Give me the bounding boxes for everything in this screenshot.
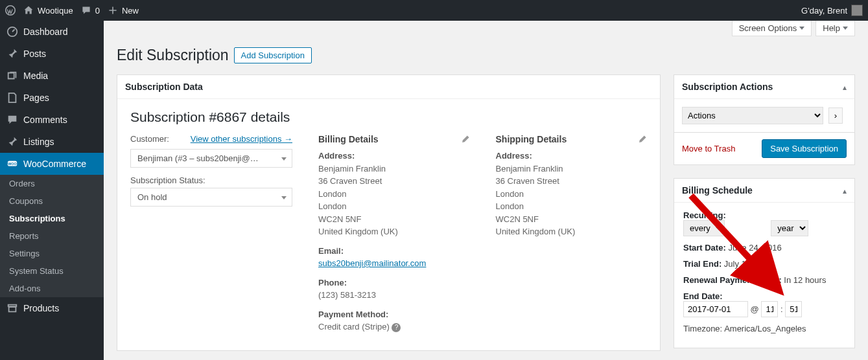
timezone-label: Timezone: xyxy=(683,324,722,333)
toggle-panel-button[interactable] xyxy=(843,82,847,92)
subscription-actions-box: Subscription Actions Actions › Move to T… xyxy=(674,74,855,165)
pencil-icon[interactable] xyxy=(638,135,647,144)
chevron-down-icon xyxy=(843,27,848,30)
sidebar-subitem-system-status[interactable]: System Status xyxy=(0,262,104,280)
status-select[interactable]: On hold xyxy=(130,188,292,207)
new-content-link[interactable]: New xyxy=(108,5,139,16)
admin-sidebar: Dashboard Posts Media Pages Comments Lis… xyxy=(0,21,104,360)
chevron-down-icon xyxy=(799,27,804,30)
wordpress-icon xyxy=(5,5,16,16)
view-other-subscriptions-link[interactable]: View other subscriptions → xyxy=(191,134,292,146)
sidebar-item-listings[interactable]: Listings xyxy=(0,131,104,153)
avatar xyxy=(851,5,863,16)
media-icon xyxy=(6,70,18,82)
end-date-input[interactable] xyxy=(683,301,748,317)
comments-link[interactable]: 0 xyxy=(81,5,100,16)
woo-icon: WOO xyxy=(6,158,18,170)
sidebar-subitem-subscriptions[interactable]: Subscriptions xyxy=(0,210,104,227)
end-date-label: End Date: xyxy=(683,291,723,301)
apply-action-button[interactable]: › xyxy=(828,107,843,124)
billing-schedule-box: Billing Schedule Recurring: every year S… xyxy=(674,178,855,348)
main-content: Screen Options Help Edit Subscription Ad… xyxy=(104,21,868,360)
status-label: Subscription Status: xyxy=(130,175,292,185)
sidebar-item-comments[interactable]: Comments xyxy=(0,109,104,131)
new-label: New xyxy=(122,6,139,16)
billing-details-title: Billing Details xyxy=(318,134,379,144)
svg-point-0 xyxy=(6,6,15,15)
sidebar-item-posts[interactable]: Posts xyxy=(0,43,104,65)
renewal-retry-label: Renewal Payment Retry: xyxy=(683,275,782,285)
comment-icon xyxy=(6,114,18,126)
comment-icon xyxy=(81,5,91,16)
woocommerce-submenu: Orders Coupons Subscriptions Reports Set… xyxy=(0,175,104,297)
save-subscription-button[interactable]: Save Subscription xyxy=(762,139,847,158)
user-greeting[interactable]: G'day, Brent xyxy=(801,5,863,16)
dashboard-icon xyxy=(6,26,18,38)
home-icon xyxy=(23,5,34,16)
subscription-data-box: Subscription Data Subscription #6867 det… xyxy=(117,74,661,351)
sidebar-subitem-addons[interactable]: Add-ons xyxy=(0,280,104,297)
sidebar-item-dashboard[interactable]: Dashboard xyxy=(0,21,104,43)
end-hour-input[interactable] xyxy=(761,301,778,317)
subscription-details-heading: Subscription #6867 details xyxy=(130,109,647,125)
sidebar-item-woocommerce[interactable]: WOOWooCommerce xyxy=(0,153,104,175)
comments-count: 0 xyxy=(95,6,100,16)
end-minute-input[interactable] xyxy=(785,301,802,317)
recurring-unit-select[interactable]: year xyxy=(771,220,808,236)
add-subscription-button[interactable]: Add Subscription xyxy=(234,47,312,63)
site-link[interactable]: Wootique xyxy=(23,5,73,16)
subscription-actions-title: Subscription Actions xyxy=(682,82,773,92)
wp-logo[interactable] xyxy=(5,5,16,16)
sidebar-subitem-coupons[interactable]: Coupons xyxy=(0,192,104,210)
subscription-data-title: Subscription Data xyxy=(125,82,203,92)
recurring-freq-select[interactable]: every xyxy=(683,220,725,236)
screen-options-button[interactable]: Screen Options xyxy=(732,21,812,36)
shipping-details-title: Shipping Details xyxy=(496,134,567,144)
plus-icon xyxy=(108,5,118,16)
sidebar-item-pages[interactable]: Pages xyxy=(0,87,104,109)
sidebar-item-products[interactable]: Products xyxy=(0,297,104,319)
page-title: Edit Subscription xyxy=(117,47,229,64)
admin-toolbar: Wootique 0 New G'day, Brent xyxy=(0,0,868,21)
customer-select[interactable]: Benjiman (#3 – subs20benji@… xyxy=(130,149,292,168)
sidebar-subitem-settings[interactable]: Settings xyxy=(0,245,104,262)
help-button[interactable]: Help xyxy=(815,21,855,36)
recurring-label: Recurring: xyxy=(683,210,726,220)
toggle-panel-button[interactable] xyxy=(843,186,847,196)
trial-end-label: Trial End: xyxy=(683,259,721,269)
start-date-label: Start Date: xyxy=(683,243,726,253)
pin-icon xyxy=(6,136,18,148)
sidebar-subitem-orders[interactable]: Orders xyxy=(0,175,104,192)
svg-text:WOO: WOO xyxy=(8,162,16,166)
pencil-icon[interactable] xyxy=(461,135,470,144)
archive-icon xyxy=(6,302,18,314)
sidebar-subitem-reports[interactable]: Reports xyxy=(0,227,104,245)
page-icon xyxy=(6,92,18,104)
move-to-trash-link[interactable]: Move to Trash xyxy=(682,144,735,153)
billing-schedule-title: Billing Schedule xyxy=(682,185,753,196)
billing-email-link[interactable]: subs20benji@mailinator.com xyxy=(318,258,426,268)
pin-icon xyxy=(6,48,18,60)
help-icon[interactable]: ? xyxy=(392,323,401,332)
sidebar-item-media[interactable]: Media xyxy=(0,65,104,87)
actions-select[interactable]: Actions xyxy=(682,107,823,124)
site-name: Wootique xyxy=(38,6,73,16)
customer-label: Customer: xyxy=(130,134,169,144)
